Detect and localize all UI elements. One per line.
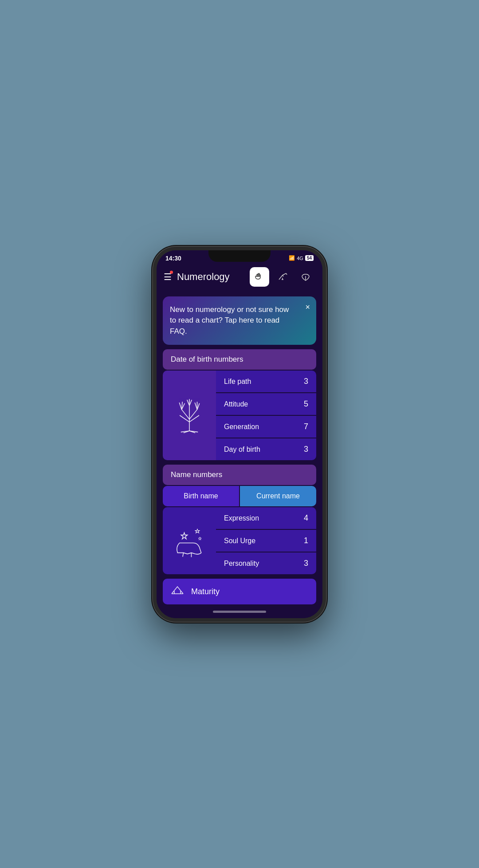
life-path-value: 3 [304, 377, 308, 386]
expression-value: 4 [304, 513, 308, 523]
generation-value: 7 [304, 422, 308, 431]
name-grid: Expression 4 Soul Urge 1 Personality 3 [163, 507, 316, 574]
header-icons [250, 267, 315, 287]
personality-row[interactable]: Personality 3 [216, 552, 316, 574]
dob-rows: Life path 3 Attitude 5 Generation 7 Day … [216, 371, 316, 460]
birth-name-tab[interactable]: Birth name [163, 486, 239, 506]
name-rows: Expression 4 Soul Urge 1 Personality 3 [216, 507, 316, 574]
status-icons: 📶 4G 54 [289, 255, 314, 261]
personality-label: Personality [224, 560, 259, 568]
attitude-value: 5 [304, 399, 308, 409]
day-of-birth-row[interactable]: Day of birth 3 [216, 438, 316, 460]
svg-line-10 [189, 415, 199, 422]
app-title: Numerology [177, 271, 244, 283]
maturity-row[interactable]: Maturity [163, 579, 316, 604]
dob-grid: Life path 3 Attitude 5 Generation 7 Day … [163, 371, 316, 460]
phone-notch [208, 250, 271, 262]
generation-row[interactable]: Generation 7 [216, 416, 316, 438]
name-section-header: Name numbers [163, 465, 316, 485]
soul-urge-label: Soul Urge [224, 537, 255, 545]
svg-line-3 [283, 275, 283, 276]
network-type: 4G [297, 256, 303, 261]
maturity-icon [171, 585, 184, 598]
svg-line-12 [179, 403, 181, 410]
personality-value: 3 [304, 559, 308, 568]
carrier-icon: 📶 [289, 255, 295, 261]
faq-banner-text: New to numerology or not sure how to rea… [170, 304, 309, 337]
home-bar [213, 611, 266, 613]
svg-line-25 [183, 553, 184, 557]
faq-close-button[interactable]: × [305, 303, 310, 312]
name-section: Name numbers Birth name Current name [163, 465, 316, 574]
svg-line-17 [197, 403, 200, 410]
faq-banner[interactable]: New to numerology or not sure how to rea… [163, 296, 316, 345]
app-header: ☰ Numerology [157, 264, 322, 292]
lotus-icon-button[interactable] [296, 267, 315, 287]
expression-label: Expression [224, 514, 259, 522]
expression-row[interactable]: Expression 4 [216, 507, 316, 529]
current-name-tab[interactable]: Current name [240, 486, 316, 506]
battery-icon: 54 [305, 255, 314, 261]
soul-urge-row[interactable]: Soul Urge 1 [216, 530, 316, 552]
soul-urge-value: 1 [304, 536, 308, 545]
day-of-birth-value: 3 [304, 445, 308, 454]
svg-line-15 [195, 403, 197, 410]
svg-line-9 [180, 415, 189, 422]
name-tabs: Birth name Current name [163, 486, 316, 506]
dob-icon-area [163, 371, 216, 460]
hands-icon-button[interactable] [250, 267, 269, 287]
home-indicator [157, 607, 322, 618]
svg-line-2 [286, 273, 287, 275]
notification-dot [170, 271, 173, 274]
attitude-row[interactable]: Attitude 5 [216, 393, 316, 415]
day-of-birth-label: Day of birth [224, 446, 260, 454]
svg-line-0 [279, 275, 283, 280]
dob-section: Date of birth numbers [163, 349, 316, 460]
life-path-label: Life path [224, 378, 251, 386]
app-content: New to numerology or not sure how to rea… [157, 292, 322, 607]
phone-frame: 14:30 📶 4G 54 ☰ Numerology [153, 247, 326, 622]
name-icon-area [163, 507, 216, 574]
svg-line-1 [283, 273, 286, 275]
svg-line-20 [189, 400, 192, 406]
menu-button[interactable]: ☰ [164, 272, 172, 282]
svg-line-18 [187, 400, 189, 406]
telescope-icon-button[interactable] [273, 267, 292, 287]
life-path-row[interactable]: Life path 3 [216, 371, 316, 392]
dob-section-header: Date of birth numbers [163, 349, 316, 370]
maturity-label: Maturity [191, 587, 220, 596]
attitude-label: Attitude [224, 400, 248, 408]
status-time: 14:30 [165, 255, 181, 262]
generation-label: Generation [224, 423, 259, 431]
